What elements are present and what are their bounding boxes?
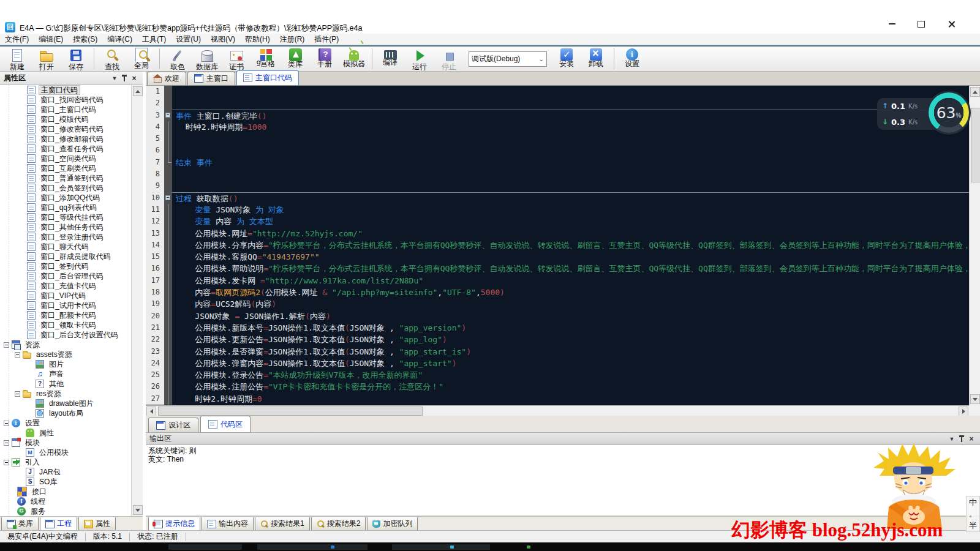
toolbar-button-color-picker[interactable]: 取色 <box>163 47 192 71</box>
tree-item-23[interactable]: 窗口_配额卡代码 <box>0 310 131 320</box>
minimize-button[interactable] <box>882 16 902 32</box>
tree-item-37[interactable]: 公用模块 <box>0 448 131 457</box>
tree-item-29[interactable]: 声音 <box>0 369 131 379</box>
tree-item-15[interactable]: 窗口_登录注册代码 <box>0 232 131 242</box>
menu-item-0[interactable]: 文件(F) <box>0 34 34 45</box>
tree-item-27[interactable]: assets资源 <box>0 350 131 359</box>
tree-item-35[interactable]: 属性 <box>0 428 131 438</box>
view-tab-0[interactable]: 设计区 <box>148 418 198 432</box>
tree-item-12[interactable]: 窗口_qq列表代码 <box>0 203 131 212</box>
toolbar-button-settings[interactable]: 设置 <box>617 47 647 71</box>
toolbar-button-install[interactable]: 安装 <box>552 47 581 71</box>
tree-item-22[interactable]: 窗口_试用卡代码 <box>0 301 131 310</box>
menu-item-5[interactable]: 设置(U) <box>171 34 206 45</box>
scroll-up-icon[interactable] <box>970 87 980 97</box>
tree-item-39[interactable]: JAR包 <box>0 467 131 477</box>
tree-item-1[interactable]: 窗口_找回密码代码 <box>0 95 131 105</box>
toolbar-button-nine-grid[interactable]: 9宫格 <box>251 47 281 71</box>
scrollbar-thumb[interactable] <box>158 407 423 416</box>
sidebar-tab-2[interactable]: 属性 <box>78 517 116 531</box>
menu-item-3[interactable]: 编译(C) <box>102 34 137 45</box>
scrollbar-thumb[interactable] <box>971 108 980 182</box>
bottom-tab-2[interactable]: 搜索结果1 <box>255 517 310 531</box>
tree-expand-icon[interactable] <box>4 342 9 348</box>
tree-item-33[interactable]: layout布局 <box>0 408 131 418</box>
taskbar-window-preview[interactable] <box>168 544 242 550</box>
tree-item-34[interactable]: 设置 <box>0 418 131 428</box>
tree-item-30[interactable]: 其他 <box>0 379 131 389</box>
scroll-up-icon[interactable] <box>133 86 143 96</box>
tree-item-16[interactable]: 窗口_聊天代码 <box>0 242 131 252</box>
tree-expand-icon[interactable] <box>4 421 9 426</box>
tree-item-17[interactable]: 窗口_群成员提取代码 <box>0 252 131 261</box>
tree-expand-icon[interactable] <box>4 460 9 465</box>
tree-item-38[interactable]: 引入 <box>0 457 131 467</box>
ime-indicator[interactable]: 中。半 <box>966 496 980 532</box>
tree-item-28[interactable]: 图片 <box>0 359 131 369</box>
tree-item-7[interactable]: 窗口_空间类代码 <box>0 154 131 163</box>
menu-item-7[interactable]: 帮助(H) <box>240 34 275 45</box>
tree-item-19[interactable]: 窗口_后台管理代码 <box>0 271 131 281</box>
toolbar-button-open-folder[interactable]: 打开 <box>32 47 61 71</box>
tree-item-40[interactable]: SO库 <box>0 477 131 487</box>
close-button[interactable] <box>942 16 962 32</box>
tree-item-4[interactable]: 窗口_修改密码代码 <box>0 124 131 134</box>
toolbar-button-run[interactable]: 运行 <box>405 47 434 71</box>
tree-item-32[interactable]: drawable图片 <box>0 399 131 408</box>
toolbar-button-save-floppy[interactable]: 保存 <box>61 47 91 71</box>
taskbar-window-preview[interactable] <box>257 544 368 550</box>
sidebar-tab-0[interactable]: 类库 <box>1 517 39 531</box>
menu-item-6[interactable]: 视图(V) <box>206 34 240 45</box>
toolbar-button-database[interactable]: 数据库 <box>192 47 222 71</box>
tree-item-3[interactable]: 窗口_模版代码 <box>0 114 131 124</box>
tree-item-25[interactable]: 窗口_后台支付设置代码 <box>0 330 131 340</box>
tree-item-18[interactable]: 窗口_签到代码 <box>0 261 131 271</box>
tree-item-8[interactable]: 窗口_互刷类代码 <box>0 163 131 173</box>
taskbar-icon[interactable] <box>331 545 334 549</box>
windows-taskbar[interactable] <box>0 542 980 551</box>
scroll-down-icon[interactable] <box>133 505 143 515</box>
tree-item-43[interactable]: 服务 <box>0 506 131 516</box>
tree-item-13[interactable]: 窗口_等级代挂代码 <box>0 212 131 222</box>
tree-scrollbar[interactable] <box>131 85 143 516</box>
scroll-down-icon[interactable] <box>970 394 980 404</box>
taskbar-icon[interactable] <box>527 545 530 549</box>
scroll-left-icon[interactable] <box>146 407 156 416</box>
bottom-tab-0[interactable]: 提示信息 <box>148 517 200 531</box>
taskbar-window-preview[interactable] <box>392 544 490 550</box>
toolbar-button-emulator[interactable]: 模拟器 <box>339 47 369 71</box>
taskbar-icon[interactable] <box>450 545 454 549</box>
tree-item-5[interactable]: 窗口_修改邮箱代码 <box>0 134 131 144</box>
tree-item-41[interactable]: 接口 <box>0 487 131 497</box>
bottom-tab-4[interactable]: 加密队列 <box>367 517 418 531</box>
fold-collapse-icon[interactable] <box>164 192 172 204</box>
toolbar-button-uninstall[interactable]: 卸载 <box>581 47 611 71</box>
bottom-tab-3[interactable]: 搜索结果2 <box>311 517 366 531</box>
tree-expand-icon[interactable] <box>4 440 9 446</box>
tree-expand-icon[interactable] <box>15 352 20 358</box>
code-editor[interactable]: 123事件 主窗口.创建完毕()4 时钟2.时钟周期=1000567结束 事件8… <box>146 86 969 405</box>
tree-expand-icon[interactable] <box>15 391 20 397</box>
toolbar-button-manual[interactable]: 手册 <box>310 47 339 71</box>
editor-tab-2[interactable]: 主窗口代码 <box>236 70 299 85</box>
sidebar-tab-1[interactable]: 工程 <box>40 517 77 531</box>
toolbar-button-new-file[interactable]: 新建 <box>2 47 32 71</box>
view-tab-1[interactable]: 代码区 <box>200 416 251 432</box>
editor-tab-1[interactable]: 主窗口 <box>187 72 235 85</box>
tree-item-36[interactable]: 模块 <box>0 438 131 448</box>
tree-item-6[interactable]: 窗口_查看任务代码 <box>0 144 131 154</box>
tree-item-26[interactable]: 资源 <box>0 340 131 350</box>
build-config-select[interactable]: 调试版(Debug)⌄ <box>469 51 547 67</box>
tree-item-9[interactable]: 窗口_普通签到代码 <box>0 173 131 183</box>
bottom-tab-1[interactable]: 输出内容 <box>202 517 254 531</box>
maximize-button[interactable] <box>911 16 931 32</box>
menu-item-1[interactable]: 编辑(E) <box>34 34 68 45</box>
menu-item-8[interactable]: 注册(R) <box>275 34 310 45</box>
toolbar-button-library[interactable]: 类库 <box>281 47 310 71</box>
tree-item-20[interactable]: 窗口_充值卡代码 <box>0 281 131 291</box>
sidebar-dropdown-icon[interactable]: ▼ <box>110 74 119 83</box>
toolbar-button-certificate[interactable]: 证书 <box>222 47 251 71</box>
tree-item-42[interactable]: 线程 <box>0 497 131 506</box>
toolbar-button-find[interactable]: 查找 <box>97 47 127 71</box>
sidebar-pin-icon[interactable] <box>119 74 129 83</box>
